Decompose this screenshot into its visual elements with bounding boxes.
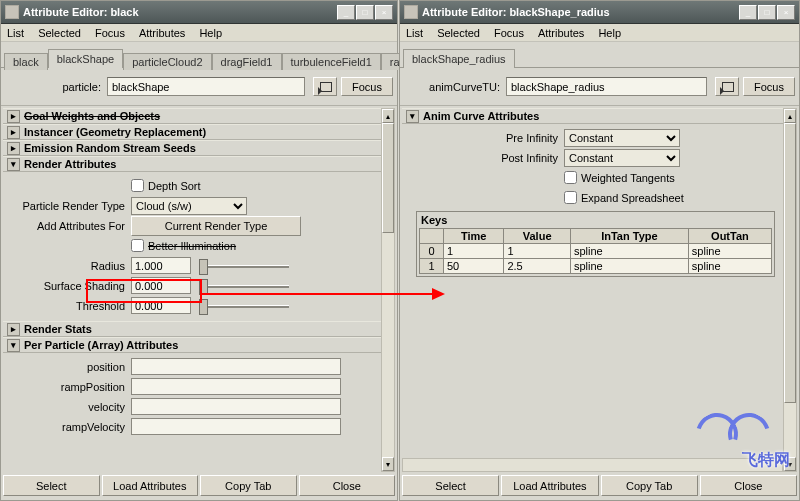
load-selection-icon[interactable]: [313, 77, 337, 96]
tab-dragfield1[interactable]: dragField1: [212, 53, 282, 70]
cell-value[interactable]: 2.5: [504, 259, 570, 274]
focus-button[interactable]: Focus: [341, 77, 393, 96]
velocity-input[interactable]: [131, 398, 341, 415]
bottom-bar: Select Load Attributes Copy Tab Close: [3, 475, 395, 498]
menu-focus[interactable]: Focus: [95, 27, 125, 39]
menu-selected[interactable]: Selected: [437, 27, 480, 39]
per-particle-body: position rampPosition velocity rampVeloc…: [3, 353, 381, 442]
menu-focus[interactable]: Focus: [494, 27, 524, 39]
load-attributes-button[interactable]: Load Attributes: [501, 475, 598, 496]
scroll-up-icon[interactable]: ▴: [382, 109, 394, 123]
cell-intan[interactable]: spline: [570, 244, 688, 259]
add-attrs-for-label: Add Attributes For: [15, 220, 131, 232]
load-selection-icon[interactable]: [715, 77, 739, 96]
close-button[interactable]: ×: [777, 5, 795, 20]
menu-attributes[interactable]: Attributes: [139, 27, 185, 39]
cell-outtan[interactable]: spline: [688, 244, 771, 259]
expand-down-icon[interactable]: ▾: [406, 110, 419, 123]
tab-turbulencefield1[interactable]: turbulenceField1: [282, 53, 381, 70]
ramp-position-input[interactable]: [131, 378, 341, 395]
vertical-scrollbar[interactable]: ▴ ▾: [381, 108, 395, 472]
menu-list[interactable]: List: [7, 27, 24, 39]
cell-time[interactable]: 1: [444, 244, 504, 259]
vertical-scrollbar[interactable]: ▴ ▾: [783, 108, 797, 472]
expand-right-icon[interactable]: ▸: [7, 126, 20, 139]
expand-right-icon[interactable]: ▸: [7, 323, 20, 336]
expand-down-icon[interactable]: ▾: [7, 158, 20, 171]
position-input[interactable]: [131, 358, 341, 375]
copy-tab-button[interactable]: Copy Tab: [200, 475, 297, 496]
depth-sort-label: Depth Sort: [148, 180, 201, 192]
app-icon: [5, 5, 19, 19]
highlight-radius: [86, 279, 202, 303]
particle-input[interactable]: [107, 77, 305, 96]
ramp-velocity-input[interactable]: [131, 418, 341, 435]
anim-curve-header: Anim Curve Attributes: [423, 110, 539, 122]
weighted-tangents-label: Weighted Tangents: [581, 172, 675, 184]
cell-time[interactable]: 50: [444, 259, 504, 274]
minimize-button[interactable]: _: [739, 5, 757, 20]
scroll-thumb[interactable]: [784, 123, 796, 403]
copy-tab-button[interactable]: Copy Tab: [601, 475, 698, 496]
tab-blackshape-radius[interactable]: blackShape_radius: [403, 49, 515, 68]
section-goal-label: Goal Weights and Objects: [24, 110, 160, 122]
threshold-slider[interactable]: [199, 299, 289, 313]
section-per-particle: ▾ Per Particle (Array) Attributes: [3, 337, 381, 353]
post-infinity-select[interactable]: Constant: [564, 149, 680, 167]
horizontal-scrollbar[interactable]: [402, 458, 783, 472]
minimize-button[interactable]: _: [337, 5, 355, 20]
menu-attributes[interactable]: Attributes: [538, 27, 584, 39]
scroll-down-icon[interactable]: ▾: [382, 457, 394, 471]
menu-list[interactable]: List: [406, 27, 423, 39]
window-title: Attribute Editor: black: [23, 6, 337, 18]
tab-black[interactable]: black: [4, 53, 48, 70]
cell-value[interactable]: 1: [504, 244, 570, 259]
radius-label: Radius: [15, 260, 131, 272]
expand-right-icon[interactable]: ▸: [7, 110, 20, 123]
window-title-right: Attribute Editor: blackShape_radius: [422, 6, 739, 18]
load-attributes-button[interactable]: Load Attributes: [102, 475, 199, 496]
expand-spreadsheet-label: Expand Spreadsheet: [581, 192, 684, 204]
maximize-button[interactable]: □: [758, 5, 776, 20]
better-illum-checkbox[interactable]: [131, 239, 144, 252]
menu-selected[interactable]: Selected: [38, 27, 81, 39]
radius-input[interactable]: [131, 257, 191, 274]
maximize-button[interactable]: □: [356, 5, 374, 20]
cell-intan[interactable]: spline: [570, 259, 688, 274]
scroll-thumb[interactable]: [382, 123, 394, 233]
tabs-left: black blackShape particleCloud2 dragFiel…: [1, 42, 397, 68]
pre-infinity-select[interactable]: Constant: [564, 129, 680, 147]
depth-sort-checkbox[interactable]: [131, 179, 144, 192]
surface-shading-slider[interactable]: [199, 279, 289, 293]
radius-slider[interactable]: [199, 259, 289, 273]
radius-row: Radius: [15, 256, 375, 275]
scroll-down-icon[interactable]: ▾: [784, 457, 796, 471]
particle-render-type-select[interactable]: Cloud (s/w): [131, 197, 247, 215]
close-button-bottom[interactable]: Close: [700, 475, 797, 496]
menu-help[interactable]: Help: [199, 27, 222, 39]
menu-help[interactable]: Help: [598, 27, 621, 39]
expand-down-icon[interactable]: ▾: [7, 339, 20, 352]
close-button-bottom[interactable]: Close: [299, 475, 396, 496]
app-icon: [404, 5, 418, 19]
expand-right-icon[interactable]: ▸: [7, 142, 20, 155]
section-anim-curve: ▾ Anim Curve Attributes: [402, 108, 783, 124]
animcurve-input[interactable]: [506, 77, 707, 96]
expand-spreadsheet-checkbox[interactable]: [564, 191, 577, 204]
select-button[interactable]: Select: [3, 475, 100, 496]
position-label: position: [15, 361, 131, 373]
cell-outtan[interactable]: spline: [688, 259, 771, 274]
scroll-up-icon[interactable]: ▴: [784, 109, 796, 123]
col-outtan: OutTan: [688, 229, 771, 244]
tab-particlecloud2[interactable]: particleCloud2: [123, 53, 211, 70]
section-instancer-label: Instancer (Geometry Replacement): [24, 126, 206, 138]
close-button[interactable]: ×: [375, 5, 393, 20]
current-render-type-button[interactable]: Current Render Type: [131, 216, 301, 236]
select-button[interactable]: Select: [402, 475, 499, 496]
tabs-right: blackShape_radius: [400, 42, 799, 68]
section-render-stats: ▸ Render Stats: [3, 321, 381, 337]
weighted-tangents-checkbox[interactable]: [564, 171, 577, 184]
section-per-particle-label: Per Particle (Array) Attributes: [24, 339, 178, 351]
focus-button[interactable]: Focus: [743, 77, 795, 96]
tab-blackshape[interactable]: blackShape: [48, 49, 124, 68]
